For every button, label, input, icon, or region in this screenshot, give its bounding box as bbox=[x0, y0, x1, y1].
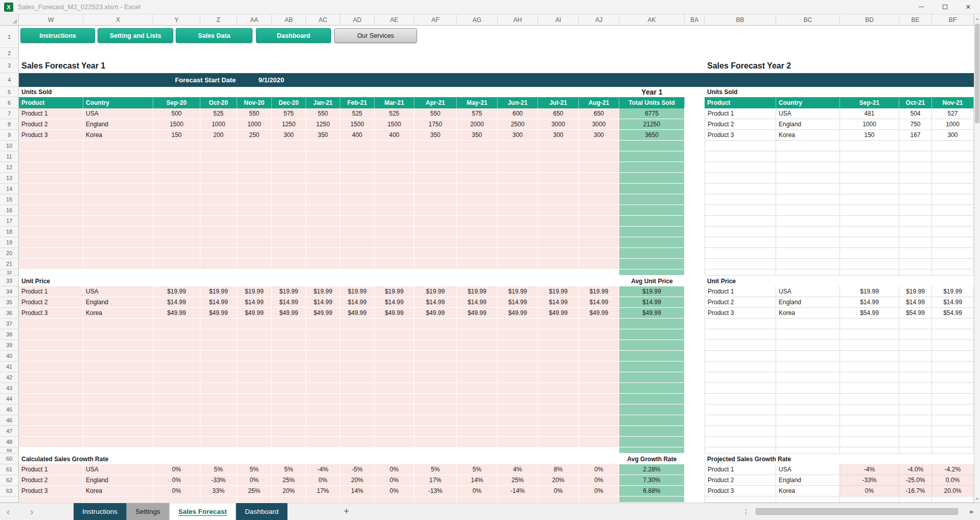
cell-BE41[interactable] bbox=[899, 361, 932, 372]
cell-AK44[interactable] bbox=[619, 394, 685, 404]
cell-AC39[interactable] bbox=[306, 340, 340, 351]
cell-AI9[interactable]: 300 bbox=[538, 130, 579, 141]
cell-BE16[interactable] bbox=[899, 205, 932, 216]
cell-BE32[interactable] bbox=[899, 269, 932, 276]
cell-AJ15[interactable] bbox=[579, 194, 619, 205]
cell-AF46[interactable] bbox=[414, 415, 457, 426]
cell-AH11[interactable] bbox=[498, 151, 538, 162]
cell-AG15[interactable] bbox=[457, 194, 498, 205]
cell-AG45[interactable] bbox=[457, 404, 498, 415]
add-sheet-button[interactable]: + bbox=[339, 503, 354, 520]
cell-Y20[interactable] bbox=[153, 248, 200, 259]
cell-AD15[interactable] bbox=[340, 194, 375, 205]
cell-AI44[interactable] bbox=[538, 394, 579, 404]
cell-AI[interactable] bbox=[538, 496, 579, 503]
cell-Y48[interactable] bbox=[153, 437, 200, 447]
cell-AD16[interactable] bbox=[340, 205, 375, 216]
cell-BF61[interactable]: -4.2% bbox=[932, 464, 974, 475]
cell-Y46[interactable] bbox=[153, 415, 200, 426]
cell-W39[interactable] bbox=[19, 340, 83, 351]
cell-AF9[interactable]: 350 bbox=[414, 130, 457, 141]
cell-AD44[interactable] bbox=[340, 394, 375, 404]
cell-AJ21[interactable] bbox=[579, 259, 619, 269]
cell-Y9[interactable]: 150 bbox=[153, 130, 200, 141]
cell-W11[interactable] bbox=[19, 151, 83, 162]
cell-Y61[interactable]: 0% bbox=[153, 464, 200, 475]
cell-BB[interactable] bbox=[705, 496, 776, 503]
cell-W48[interactable] bbox=[19, 437, 83, 447]
cell-AI18[interactable] bbox=[538, 227, 579, 237]
cell-X47[interactable] bbox=[83, 426, 153, 437]
cell-AB36[interactable]: $49.99 bbox=[272, 308, 306, 319]
cell-BC11[interactable] bbox=[776, 151, 840, 162]
cell-W14[interactable] bbox=[19, 184, 83, 194]
cell-BE14[interactable] bbox=[899, 184, 932, 194]
cell-BE63[interactable]: -16.7% bbox=[899, 486, 932, 496]
cell-AG12[interactable] bbox=[457, 162, 498, 173]
cell-Y21[interactable] bbox=[153, 259, 200, 269]
row-header-12[interactable]: 12 bbox=[0, 162, 18, 173]
cell-BB63[interactable]: Product 3 bbox=[705, 486, 776, 496]
row-header-16[interactable]: 16 bbox=[0, 205, 18, 216]
cell-AF35[interactable]: $14.99 bbox=[414, 297, 457, 308]
cell-BC46[interactable] bbox=[776, 415, 840, 426]
cell-AD[interactable] bbox=[340, 496, 375, 503]
cell-AG13[interactable] bbox=[457, 173, 498, 184]
cell-AD11[interactable] bbox=[340, 151, 375, 162]
cell-BF41[interactable] bbox=[932, 361, 974, 372]
cell-AK15[interactable] bbox=[619, 194, 685, 205]
cell-AI15[interactable] bbox=[538, 194, 579, 205]
cell-AD46[interactable] bbox=[340, 415, 375, 426]
cell-X9[interactable]: Korea bbox=[83, 130, 153, 141]
cell-AB44[interactable] bbox=[272, 394, 306, 404]
cell-AJ7[interactable]: 650 bbox=[579, 108, 619, 119]
cell-Z34[interactable]: $19.99 bbox=[200, 286, 237, 297]
cell-AF63[interactable]: -13% bbox=[414, 486, 457, 496]
cell-Y45[interactable] bbox=[153, 404, 200, 415]
cell-BE35[interactable]: $14.99 bbox=[899, 297, 932, 308]
cell-W[interactable] bbox=[19, 496, 83, 503]
cell-Z44[interactable] bbox=[200, 394, 237, 404]
cell-Z12[interactable] bbox=[200, 162, 237, 173]
row-header-15[interactable]: 15 bbox=[0, 194, 18, 205]
cell-AI37[interactable] bbox=[538, 319, 579, 329]
select-all-corner[interactable] bbox=[0, 14, 19, 25]
cell-AA20[interactable] bbox=[237, 248, 272, 259]
cell-AE36[interactable]: $49.99 bbox=[375, 308, 414, 319]
shape-button-setting-and-lists[interactable]: Setting and Lists bbox=[98, 28, 173, 43]
cell-AC62[interactable]: 0% bbox=[306, 475, 340, 486]
cell-BD7[interactable]: 481 bbox=[840, 108, 899, 119]
cell-AK47[interactable] bbox=[619, 426, 685, 437]
cell-AA46[interactable] bbox=[237, 415, 272, 426]
cell-BC16[interactable] bbox=[776, 205, 840, 216]
cell-Z11[interactable] bbox=[200, 151, 237, 162]
cell-BF37[interactable] bbox=[932, 319, 974, 329]
cell-AH10[interactable] bbox=[498, 141, 538, 151]
cell-X62[interactable]: England bbox=[83, 475, 153, 486]
cell-AB10[interactable] bbox=[272, 141, 306, 151]
year1-header-apr-21[interactable]: Apr-21 bbox=[414, 97, 457, 108]
cell-AD47[interactable] bbox=[340, 426, 375, 437]
row-header-14[interactable]: 14 bbox=[0, 184, 18, 194]
cell-BB17[interactable] bbox=[705, 216, 776, 227]
cell-W36[interactable]: Product 3 bbox=[19, 308, 83, 319]
cell-AB18[interactable] bbox=[272, 227, 306, 237]
cell-AI16[interactable] bbox=[538, 205, 579, 216]
cell-Y19[interactable] bbox=[153, 237, 200, 248]
year2-title[interactable]: Sales Forecast Year 2 bbox=[705, 58, 932, 73]
cell-AA62[interactable]: 0% bbox=[237, 475, 272, 486]
cell-X40[interactable] bbox=[83, 351, 153, 361]
cell-Z37[interactable] bbox=[200, 319, 237, 329]
cell-AC18[interactable] bbox=[306, 227, 340, 237]
column-header-W[interactable]: W bbox=[19, 14, 83, 25]
year2-units-sold-title[interactable]: Units Sold bbox=[705, 87, 840, 97]
cell-W62[interactable]: Product 2 bbox=[19, 475, 83, 486]
forecast-banner[interactable]: Forecast Start Date9/1/2020 bbox=[19, 73, 974, 87]
cell-Z41[interactable] bbox=[200, 361, 237, 372]
cell-BD8[interactable]: 1000 bbox=[840, 119, 899, 130]
year2-header-oct-21[interactable]: Oct-21 bbox=[899, 97, 932, 108]
cell-BC20[interactable] bbox=[776, 248, 840, 259]
cell-Z48[interactable] bbox=[200, 437, 237, 447]
cell-W20[interactable] bbox=[19, 248, 83, 259]
scroll-up-icon[interactable]: ▲ bbox=[974, 14, 980, 22]
